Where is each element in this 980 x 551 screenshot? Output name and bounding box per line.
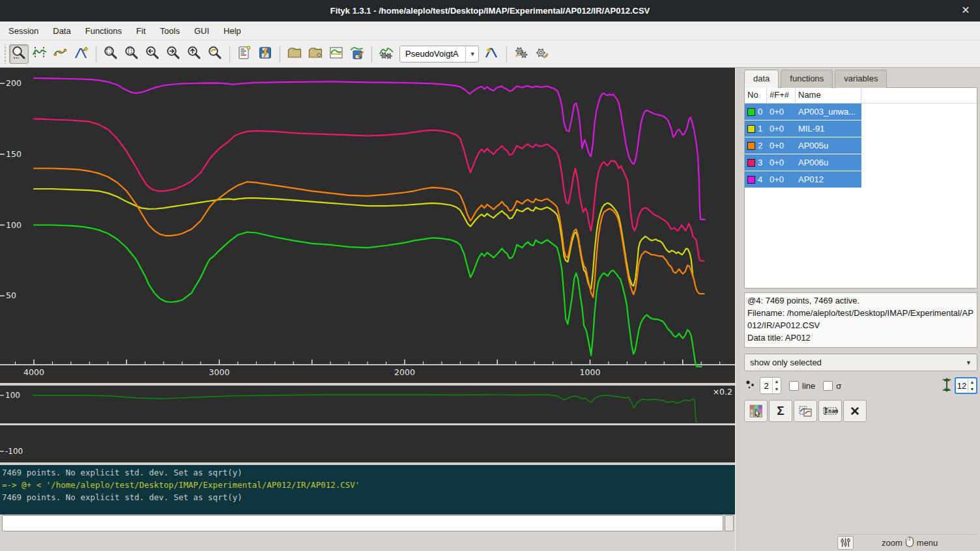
data-range-icon: [32, 45, 48, 63]
function-type-combo[interactable]: PseudoVoigtA ▼: [399, 46, 479, 63]
baseline-mode-button[interactable]: [51, 44, 70, 64]
output-console[interactable]: 7469 points. No explicit std. dev. Set a…: [0, 465, 735, 515]
column-header-ff[interactable]: #F+#: [767, 88, 796, 103]
sigma-checkbox[interactable]: [823, 381, 833, 391]
dataset-color-swatch[interactable]: [747, 159, 755, 167]
zoom-left-icon: [145, 45, 160, 63]
x-axis-label: 2000: [394, 367, 415, 377]
row-number-cell: 4: [745, 171, 767, 188]
aux-plot-2[interactable]: -100: [0, 425, 735, 462]
show-filter-dropdown[interactable]: show only selected ▼: [744, 354, 977, 371]
menu-gui[interactable]: GUI: [187, 23, 216, 39]
tab-variables[interactable]: variables: [835, 70, 887, 88]
view-options-button[interactable]: [744, 400, 768, 422]
zoom-up-button[interactable]: [184, 44, 204, 64]
session-log-button[interactable]: [235, 44, 254, 64]
add-peak-icon: [74, 45, 89, 63]
stepper-arrows[interactable]: ▲▼: [968, 378, 976, 393]
define-functions-button[interactable]: [377, 44, 396, 64]
y-shift-stepper[interactable]: 12 ▲▼: [955, 377, 977, 394]
table-row[interactable]: 4 0+0 AP012: [745, 171, 977, 188]
load-data-custom-button[interactable]: [306, 44, 325, 64]
toolbar-grip[interactable]: [3, 44, 7, 64]
zoom-right-button[interactable]: [164, 44, 183, 64]
line-checkbox[interactable]: [789, 381, 799, 391]
sigma-checkbox-label: σ: [836, 381, 841, 391]
data-range-mode-button[interactable]: [30, 44, 50, 64]
point-size-icon: [744, 377, 760, 395]
stepper-arrows[interactable]: ▲▼: [772, 378, 781, 393]
zoom-right-icon: [166, 45, 181, 63]
line-checkbox-label: line: [802, 381, 815, 391]
row-name-cell: AP003_unwa...: [796, 104, 861, 120]
menu-bar: SessionDataFunctionsFitToolsGUIHelp: [0, 21, 980, 40]
title-bar: Fityk 1.3.1 - /home/aleplo/test/Desktop/…: [0, 0, 980, 21]
svg-text:Inam: Inam: [825, 408, 838, 414]
toolbar-separator: [506, 46, 507, 63]
data-list[interactable]: No#F+#Name 0 0+0 AP003_unwa... 1 0+0 MIL…: [744, 87, 977, 289]
point-size-value: 2: [760, 378, 772, 393]
zoom-vertical-button[interactable]: [122, 44, 141, 64]
sum-button[interactable]: Σ: [769, 400, 792, 422]
row-functions-cell: 0+0: [767, 104, 796, 120]
column-header-name[interactable]: Name: [796, 88, 861, 103]
zoom-up-icon: [186, 45, 202, 63]
zoom-all-button[interactable]: [101, 44, 121, 64]
input-history-button[interactable]: [725, 515, 734, 531]
run-fit-button[interactable]: [512, 44, 531, 64]
previous-zoom-button[interactable]: [205, 44, 225, 64]
zoom-left-button[interactable]: [143, 44, 162, 64]
table-row[interactable]: 2 0+0 AP005u: [745, 137, 977, 154]
menu-tools[interactable]: Tools: [153, 23, 187, 39]
close-window-button[interactable]: ✕: [959, 4, 972, 17]
copy-to-functions-button[interactable]: [794, 400, 817, 422]
panel-splitter[interactable]: [735, 68, 743, 551]
menu-help[interactable]: Help: [216, 23, 248, 39]
sidebar-tabs: datafunctionsvariables: [744, 70, 977, 88]
menu-fit[interactable]: Fit: [129, 23, 152, 39]
dataset-color-swatch[interactable]: [747, 108, 755, 116]
menu-session[interactable]: Session: [1, 23, 46, 39]
tab-functions[interactable]: functions: [781, 70, 833, 88]
add-peak-mode-button[interactable]: [72, 44, 91, 64]
save-data-button[interactable]: [347, 44, 367, 64]
table-row[interactable]: 0 0+0 AP003_unwa...: [745, 104, 977, 120]
command-input[interactable]: [2, 515, 723, 531]
row-filler: [861, 154, 977, 171]
delete-button[interactable]: ✕: [843, 400, 867, 422]
column-header-no[interactable]: No: [745, 88, 767, 103]
mouse-config-button[interactable]: [837, 536, 854, 550]
main-plot[interactable]: 400030002000100020015010050: [0, 68, 735, 383]
menu-functions[interactable]: Functions: [78, 23, 129, 39]
dataset-color-swatch[interactable]: [747, 142, 755, 150]
aux-plot-1[interactable]: 100×0.2: [0, 386, 735, 423]
fit-settings-button[interactable]: [532, 44, 552, 64]
row-name-cell: AP012: [796, 171, 861, 188]
y-axis-label: 100: [6, 220, 22, 230]
x-axis-label: 4000: [23, 367, 44, 377]
zoom-mode-button[interactable]: [9, 44, 29, 64]
data-editor-button[interactable]: [326, 44, 346, 64]
y-shift-icon: [939, 377, 955, 395]
dataset-color-swatch[interactable]: [747, 176, 755, 184]
zoom-all-icon: [103, 45, 119, 63]
table-row[interactable]: 3 0+0 AP006u: [745, 154, 977, 171]
dataset-info-line: Filename: /home/aleplo/test/Desktop/IMAP…: [747, 307, 974, 332]
row-filler: [861, 171, 977, 188]
toolbar-separator: [280, 46, 280, 63]
status-menu-label: menu: [917, 538, 938, 548]
rename-button[interactable]: Inam: [818, 400, 842, 422]
open-data-icon: [287, 45, 302, 63]
load-data-button[interactable]: [285, 44, 304, 64]
add-function-button[interactable]: [482, 44, 502, 64]
menu-data[interactable]: Data: [46, 23, 78, 39]
save-session-button[interactable]: [255, 44, 275, 64]
point-size-stepper[interactable]: 2 ▲▼: [760, 377, 781, 394]
toolbar: PseudoVoigtA ▼: [0, 40, 980, 68]
table-row[interactable]: 1 0+0 MIL-91: [745, 120, 977, 137]
dataset-color-swatch[interactable]: [747, 125, 755, 133]
tab-data[interactable]: data: [744, 70, 779, 88]
row-name-cell: MIL-91: [796, 120, 861, 137]
mouse-icon: [904, 536, 915, 550]
dataset-info-line: Data title: AP012: [747, 332, 974, 344]
